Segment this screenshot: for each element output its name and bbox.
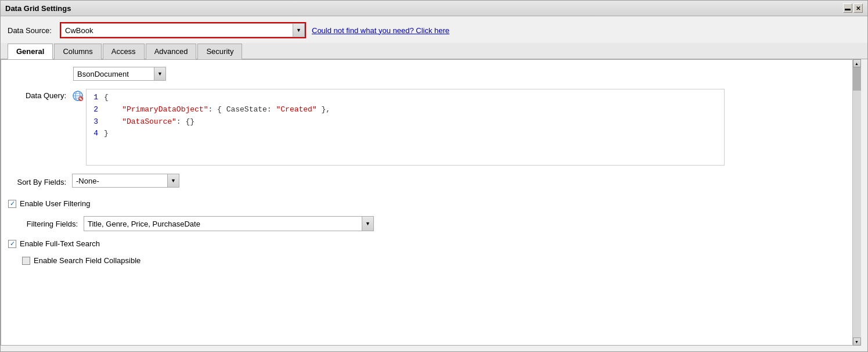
filtering-fields-label: Filtering Fields: (20, 220, 78, 228)
datasource-value: CwBook (62, 25, 293, 36)
main-area: BsonDocument ▼ Data Query: (8, 59, 860, 346)
scroll-down-button[interactable]: ▼ (853, 337, 861, 346)
svg-text:✎: ✎ (79, 97, 82, 101)
title-bar-controls: ▬ ✕ (843, 3, 863, 13)
tabs-bar: General Columns Access Advanced Security (1, 43, 867, 59)
enable-filtering-row: Enable User Filtering (8, 196, 852, 208)
datasource-select-wrapper: CwBook ▼ (60, 22, 306, 38)
enable-collapsible-label: Enable Search Field Collapsible (34, 256, 141, 265)
bson-type-select[interactable]: BsonDocument ▼ (73, 67, 166, 81)
datasource-row: Data Source: CwBook ▼ Could not find wha… (8, 22, 860, 38)
datasource-label: Data Source: (8, 26, 54, 35)
dialog-content: Data Source: CwBook ▼ Could not find wha… (1, 16, 867, 351)
enable-filtering-label: Enable User Filtering (20, 199, 90, 208)
title-bar: Data Grid Settings ▬ ✕ (1, 1, 867, 16)
tab-general[interactable]: General (8, 44, 53, 59)
sort-by-value: -None- (73, 175, 167, 186)
datasource-dropdown-arrow[interactable]: ▼ (293, 24, 304, 37)
enable-collapsible-checkbox[interactable] (22, 257, 30, 265)
enable-fulltext-label: Enable Full-Text Search (20, 239, 100, 248)
tab-access[interactable]: Access (103, 44, 145, 59)
code-line-2: 2 "PrimaryDataObject": { CaseState: "Cre… (87, 104, 724, 116)
data-query-label: Data Query: (8, 89, 66, 100)
sort-by-label: Sort By Fields: (8, 175, 66, 186)
code-line-3: 3 "DataSource": {} (87, 116, 724, 128)
tab-security[interactable]: Security (197, 44, 242, 59)
scroll-up-button[interactable]: ▲ (853, 59, 861, 67)
data-query-icon[interactable]: ✎ (72, 90, 84, 102)
filtering-fields-value: Title, Genre, Price, PurchaseDate (84, 218, 362, 229)
tab-content-general: BsonDocument ▼ Data Query: (1, 59, 859, 346)
sort-by-row: Sort By Fields: -None- ▼ (8, 174, 852, 188)
data-query-row: Data Query: (8, 89, 852, 166)
datasource-select[interactable]: CwBook ▼ (61, 23, 305, 37)
right-scrollbar[interactable]: ▲ ▼ (852, 59, 860, 346)
scroll-track[interactable] (853, 67, 861, 337)
tab-advanced[interactable]: Advanced (146, 44, 197, 59)
code-editor[interactable]: 1 { 2 "PrimaryDataObject": { CaseState: … (86, 89, 725, 166)
enable-fulltext-checkbox[interactable] (8, 240, 16, 248)
bson-type-arrow[interactable]: ▼ (154, 67, 165, 80)
bson-type-row: BsonDocument ▼ (8, 67, 852, 81)
code-line-1: 1 { (87, 92, 724, 104)
filtering-fields-row: Filtering Fields: Title, Genre, Price, P… (8, 216, 852, 231)
scroll-thumb[interactable] (853, 67, 861, 91)
filtering-fields-select[interactable]: Title, Genre, Price, PurchaseDate ▼ (84, 216, 374, 231)
sort-by-select[interactable]: -None- ▼ (72, 174, 179, 188)
close-button[interactable]: ✕ (853, 3, 863, 13)
minimize-button[interactable]: ▬ (843, 3, 852, 13)
enable-fulltext-row: Enable Full-Text Search (8, 239, 852, 248)
bson-type-value: BsonDocument (74, 69, 154, 80)
enable-filtering-checkbox[interactable] (8, 200, 16, 208)
code-line-4: 4 } (87, 128, 724, 140)
dialog: Data Grid Settings ▬ ✕ Data Source: CwBo… (0, 0, 868, 352)
enable-collapsible-row: Enable Search Field Collapsible (8, 256, 852, 265)
dialog-title: Data Grid Settings (5, 4, 71, 13)
filtering-fields-arrow[interactable]: ▼ (362, 217, 373, 231)
sort-by-arrow[interactable]: ▼ (167, 174, 179, 187)
help-link[interactable]: Could not find what you need? Click here (312, 26, 449, 35)
tab-columns[interactable]: Columns (54, 44, 101, 59)
